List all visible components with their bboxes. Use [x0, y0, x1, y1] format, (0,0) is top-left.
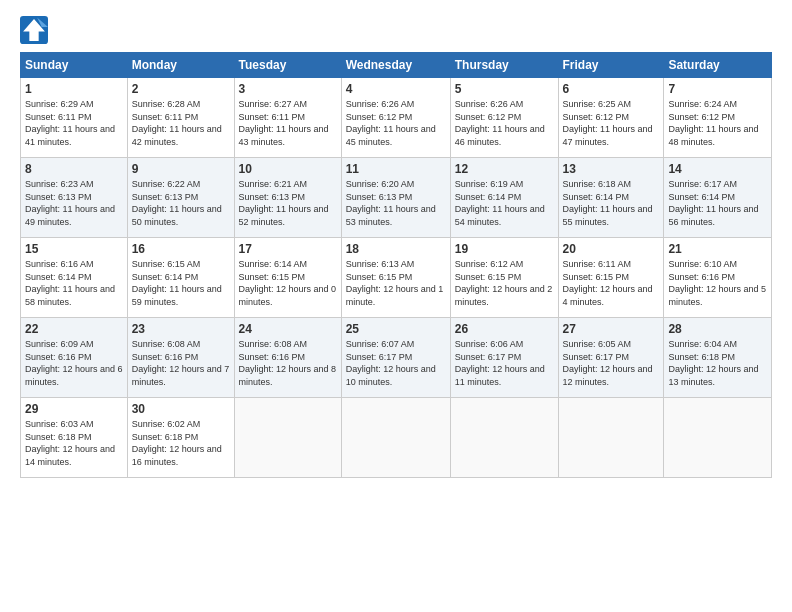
day-info: Sunrise: 6:21 AM Sunset: 6:13 PM Dayligh… — [239, 178, 337, 228]
day-info: Sunrise: 6:20 AM Sunset: 6:13 PM Dayligh… — [346, 178, 446, 228]
day-info: Sunrise: 6:08 AM Sunset: 6:16 PM Dayligh… — [239, 338, 337, 388]
day-info: Sunrise: 6:12 AM Sunset: 6:15 PM Dayligh… — [455, 258, 554, 308]
day-info: Sunrise: 6:27 AM Sunset: 6:11 PM Dayligh… — [239, 98, 337, 148]
calendar-cell: 7 Sunrise: 6:24 AM Sunset: 6:12 PM Dayli… — [664, 78, 772, 158]
day-info: Sunrise: 6:04 AM Sunset: 6:18 PM Dayligh… — [668, 338, 767, 388]
day-info: Sunrise: 6:25 AM Sunset: 6:12 PM Dayligh… — [563, 98, 660, 148]
header — [20, 16, 772, 44]
header-tuesday: Tuesday — [234, 53, 341, 78]
day-number: 23 — [132, 322, 230, 336]
day-info: Sunrise: 6:11 AM Sunset: 6:15 PM Dayligh… — [563, 258, 660, 308]
calendar-cell: 11 Sunrise: 6:20 AM Sunset: 6:13 PM Dayl… — [341, 158, 450, 238]
calendar-cell: 26 Sunrise: 6:06 AM Sunset: 6:17 PM Dayl… — [450, 318, 558, 398]
calendar-cell: 8 Sunrise: 6:23 AM Sunset: 6:13 PM Dayli… — [21, 158, 128, 238]
calendar-week-2: 8 Sunrise: 6:23 AM Sunset: 6:13 PM Dayli… — [21, 158, 772, 238]
calendar-cell: 27 Sunrise: 6:05 AM Sunset: 6:17 PM Dayl… — [558, 318, 664, 398]
day-number: 9 — [132, 162, 230, 176]
day-number: 28 — [668, 322, 767, 336]
calendar-week-4: 22 Sunrise: 6:09 AM Sunset: 6:16 PM Dayl… — [21, 318, 772, 398]
day-info: Sunrise: 6:18 AM Sunset: 6:14 PM Dayligh… — [563, 178, 660, 228]
calendar-header-row: SundayMondayTuesdayWednesdayThursdayFrid… — [21, 53, 772, 78]
day-number: 25 — [346, 322, 446, 336]
day-number: 30 — [132, 402, 230, 416]
day-info: Sunrise: 6:07 AM Sunset: 6:17 PM Dayligh… — [346, 338, 446, 388]
day-info: Sunrise: 6:10 AM Sunset: 6:16 PM Dayligh… — [668, 258, 767, 308]
day-number: 6 — [563, 82, 660, 96]
calendar-cell: 16 Sunrise: 6:15 AM Sunset: 6:14 PM Dayl… — [127, 238, 234, 318]
calendar-cell: 20 Sunrise: 6:11 AM Sunset: 6:15 PM Dayl… — [558, 238, 664, 318]
calendar-cell: 18 Sunrise: 6:13 AM Sunset: 6:15 PM Dayl… — [341, 238, 450, 318]
day-number: 14 — [668, 162, 767, 176]
day-number: 22 — [25, 322, 123, 336]
page: SundayMondayTuesdayWednesdayThursdayFrid… — [0, 0, 792, 612]
day-info: Sunrise: 6:06 AM Sunset: 6:17 PM Dayligh… — [455, 338, 554, 388]
calendar-cell: 24 Sunrise: 6:08 AM Sunset: 6:16 PM Dayl… — [234, 318, 341, 398]
day-info: Sunrise: 6:08 AM Sunset: 6:16 PM Dayligh… — [132, 338, 230, 388]
day-number: 8 — [25, 162, 123, 176]
calendar-cell: 12 Sunrise: 6:19 AM Sunset: 6:14 PM Dayl… — [450, 158, 558, 238]
day-number: 24 — [239, 322, 337, 336]
day-info: Sunrise: 6:03 AM Sunset: 6:18 PM Dayligh… — [25, 418, 123, 468]
day-info: Sunrise: 6:13 AM Sunset: 6:15 PM Dayligh… — [346, 258, 446, 308]
calendar-cell — [341, 398, 450, 478]
day-info: Sunrise: 6:24 AM Sunset: 6:12 PM Dayligh… — [668, 98, 767, 148]
day-info: Sunrise: 6:02 AM Sunset: 6:18 PM Dayligh… — [132, 418, 230, 468]
calendar-cell: 9 Sunrise: 6:22 AM Sunset: 6:13 PM Dayli… — [127, 158, 234, 238]
calendar-cell — [558, 398, 664, 478]
calendar-cell: 1 Sunrise: 6:29 AM Sunset: 6:11 PM Dayli… — [21, 78, 128, 158]
day-number: 27 — [563, 322, 660, 336]
day-number: 2 — [132, 82, 230, 96]
day-info: Sunrise: 6:29 AM Sunset: 6:11 PM Dayligh… — [25, 98, 123, 148]
calendar-cell: 25 Sunrise: 6:07 AM Sunset: 6:17 PM Dayl… — [341, 318, 450, 398]
day-info: Sunrise: 6:16 AM Sunset: 6:14 PM Dayligh… — [25, 258, 123, 308]
day-info: Sunrise: 6:15 AM Sunset: 6:14 PM Dayligh… — [132, 258, 230, 308]
day-info: Sunrise: 6:28 AM Sunset: 6:11 PM Dayligh… — [132, 98, 230, 148]
calendar-cell: 13 Sunrise: 6:18 AM Sunset: 6:14 PM Dayl… — [558, 158, 664, 238]
day-info: Sunrise: 6:05 AM Sunset: 6:17 PM Dayligh… — [563, 338, 660, 388]
calendar-cell: 15 Sunrise: 6:16 AM Sunset: 6:14 PM Dayl… — [21, 238, 128, 318]
calendar-cell: 10 Sunrise: 6:21 AM Sunset: 6:13 PM Dayl… — [234, 158, 341, 238]
header-thursday: Thursday — [450, 53, 558, 78]
day-info: Sunrise: 6:14 AM Sunset: 6:15 PM Dayligh… — [239, 258, 337, 308]
calendar-cell: 22 Sunrise: 6:09 AM Sunset: 6:16 PM Dayl… — [21, 318, 128, 398]
day-number: 3 — [239, 82, 337, 96]
day-info: Sunrise: 6:17 AM Sunset: 6:14 PM Dayligh… — [668, 178, 767, 228]
day-number: 10 — [239, 162, 337, 176]
calendar-week-1: 1 Sunrise: 6:29 AM Sunset: 6:11 PM Dayli… — [21, 78, 772, 158]
header-friday: Friday — [558, 53, 664, 78]
calendar-cell: 28 Sunrise: 6:04 AM Sunset: 6:18 PM Dayl… — [664, 318, 772, 398]
calendar-cell: 5 Sunrise: 6:26 AM Sunset: 6:12 PM Dayli… — [450, 78, 558, 158]
calendar-cell: 30 Sunrise: 6:02 AM Sunset: 6:18 PM Dayl… — [127, 398, 234, 478]
calendar-table: SundayMondayTuesdayWednesdayThursdayFrid… — [20, 52, 772, 478]
calendar-cell — [664, 398, 772, 478]
logo-icon — [20, 16, 48, 44]
day-number: 4 — [346, 82, 446, 96]
day-number: 19 — [455, 242, 554, 256]
day-number: 5 — [455, 82, 554, 96]
calendar-cell: 19 Sunrise: 6:12 AM Sunset: 6:15 PM Dayl… — [450, 238, 558, 318]
day-info: Sunrise: 6:19 AM Sunset: 6:14 PM Dayligh… — [455, 178, 554, 228]
calendar-cell: 21 Sunrise: 6:10 AM Sunset: 6:16 PM Dayl… — [664, 238, 772, 318]
calendar-cell — [234, 398, 341, 478]
calendar-cell: 2 Sunrise: 6:28 AM Sunset: 6:11 PM Dayli… — [127, 78, 234, 158]
day-info: Sunrise: 6:26 AM Sunset: 6:12 PM Dayligh… — [455, 98, 554, 148]
day-number: 12 — [455, 162, 554, 176]
header-wednesday: Wednesday — [341, 53, 450, 78]
calendar-cell: 23 Sunrise: 6:08 AM Sunset: 6:16 PM Dayl… — [127, 318, 234, 398]
day-number: 18 — [346, 242, 446, 256]
calendar-week-5: 29 Sunrise: 6:03 AM Sunset: 6:18 PM Dayl… — [21, 398, 772, 478]
calendar-week-3: 15 Sunrise: 6:16 AM Sunset: 6:14 PM Dayl… — [21, 238, 772, 318]
day-info: Sunrise: 6:22 AM Sunset: 6:13 PM Dayligh… — [132, 178, 230, 228]
calendar-cell: 29 Sunrise: 6:03 AM Sunset: 6:18 PM Dayl… — [21, 398, 128, 478]
day-number: 11 — [346, 162, 446, 176]
calendar-cell: 17 Sunrise: 6:14 AM Sunset: 6:15 PM Dayl… — [234, 238, 341, 318]
day-number: 7 — [668, 82, 767, 96]
day-number: 1 — [25, 82, 123, 96]
day-number: 26 — [455, 322, 554, 336]
header-sunday: Sunday — [21, 53, 128, 78]
calendar-cell — [450, 398, 558, 478]
day-number: 13 — [563, 162, 660, 176]
day-info: Sunrise: 6:23 AM Sunset: 6:13 PM Dayligh… — [25, 178, 123, 228]
calendar-cell: 14 Sunrise: 6:17 AM Sunset: 6:14 PM Dayl… — [664, 158, 772, 238]
day-number: 29 — [25, 402, 123, 416]
